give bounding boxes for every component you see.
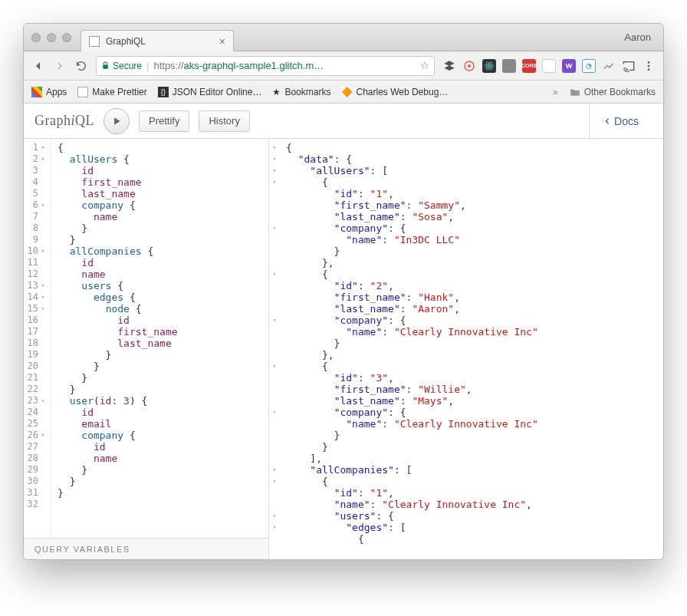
other-bookmarks[interactable]: Other Bookmarks	[569, 87, 656, 97]
ext-icon-4[interactable]: W	[562, 59, 576, 73]
tab-title: GraphiQL	[106, 36, 146, 47]
secure-indicator: Secure	[101, 61, 142, 71]
url-text: https://aks-graphql-sample1.glitch.m…	[153, 60, 324, 71]
docs-button[interactable]: Docs	[589, 104, 652, 138]
window-titlebar: GraphiQL × Aaron	[24, 24, 663, 51]
line-gutter: 1▾2▾3456▾78910▾111213▾14▾15▾161718192021…	[24, 139, 51, 538]
svg-point-6	[648, 61, 650, 64]
bookmark-label: JSON Editor Online…	[173, 87, 262, 97]
json-icon: {}	[158, 87, 169, 97]
close-window-icon[interactable]	[31, 33, 41, 42]
address-bar[interactable]: Secure | https://aks-graphql-sample1.gli…	[96, 56, 435, 76]
svg-point-1	[468, 64, 471, 68]
result-pane: ▾▾▾▾▾▾▾▾▾▾▾▾▾ { "data": { "allUsers": [ …	[269, 139, 663, 559]
chevron-left-icon	[603, 117, 611, 126]
bookmark-label: Apps	[46, 87, 67, 97]
graphiql-logo: GraphiQL	[35, 113, 94, 129]
reload-button[interactable]	[74, 59, 88, 73]
traffic-lights	[31, 33, 71, 42]
profile-name[interactable]: Aaron	[624, 31, 656, 43]
query-variables-label: QUERY VARIABLES	[35, 545, 130, 554]
minimize-window-icon[interactable]	[47, 33, 56, 42]
menu-button[interactable]	[642, 59, 656, 73]
chevron-right-icon[interactable]: »	[553, 87, 558, 97]
result-gutter: ▾▾▾▾▾▾▾▾▾▾▾▾▾	[269, 139, 280, 559]
page-icon	[77, 87, 88, 97]
graphiql-toolbar: GraphiQL Prettify History Docs	[24, 104, 663, 139]
bookmark-item[interactable]: 🔶Charles Web Debug…	[341, 87, 448, 97]
lock-icon	[101, 61, 110, 70]
query-pane: 1▾2▾3456▾78910▾111213▾14▾15▾161718192021…	[24, 139, 269, 559]
result-source: { "data": { "allUsers": [ { "id": "1", "…	[280, 139, 551, 559]
svg-point-7	[648, 64, 650, 67]
svg-point-2	[488, 64, 490, 66]
bookmarks-bar: Apps Make Prettier {}JSON Editor Online……	[24, 81, 663, 104]
bookmark-item[interactable]: ★Bookmarks	[272, 87, 330, 97]
apps-bookmark[interactable]: Apps	[31, 87, 67, 97]
cors-ext-icon[interactable]: CORS	[522, 59, 536, 73]
back-button[interactable]	[31, 59, 45, 73]
query-variables-toggle[interactable]: QUERY VARIABLES	[24, 538, 268, 559]
browser-navbar: Secure | https://aks-graphql-sample1.gli…	[24, 51, 663, 81]
star-icon: ★	[272, 87, 281, 97]
history-button[interactable]: History	[199, 110, 249, 132]
maximize-window-icon[interactable]	[62, 33, 71, 42]
bookmark-star-icon[interactable]: ☆	[420, 60, 429, 71]
graphiql-workspace: 1▾2▾3456▾78910▾111213▾14▾15▾161718192021…	[24, 139, 663, 559]
bookmark-label: Make Prettier	[92, 87, 146, 97]
svg-point-8	[648, 68, 650, 71]
other-bookmarks-label: Other Bookmarks	[584, 87, 656, 97]
browser-tab[interactable]: GraphiQL ×	[81, 30, 234, 51]
result-viewer[interactable]: ▾▾▾▾▾▾▾▾▾▾▾▾▾ { "data": { "allUsers": [ …	[269, 139, 663, 559]
close-tab-icon[interactable]: ×	[219, 35, 225, 48]
charles-icon: 🔶	[341, 87, 352, 97]
ext-icon[interactable]	[462, 59, 476, 73]
docs-label: Docs	[614, 115, 639, 127]
ext-icon-3[interactable]	[542, 59, 556, 73]
react-devtools-icon[interactable]	[482, 59, 496, 73]
cast-icon[interactable]	[622, 59, 636, 73]
extensions-row: CORS W ◔	[442, 59, 656, 73]
query-source[interactable]: { allUsers { id first_name last_name com…	[51, 139, 189, 538]
page-icon	[89, 36, 100, 47]
ext-icon-6[interactable]	[602, 59, 616, 73]
play-icon	[111, 116, 122, 127]
execute-button[interactable]	[104, 108, 130, 134]
prettify-button[interactable]: Prettify	[139, 110, 189, 132]
bookmark-item[interactable]: Make Prettier	[77, 87, 146, 97]
secure-label: Secure	[113, 61, 142, 71]
buffer-ext-icon[interactable]	[442, 59, 456, 73]
forward-button[interactable]	[53, 59, 67, 73]
query-editor[interactable]: 1▾2▾3456▾78910▾111213▾14▾15▾161718192021…	[24, 139, 268, 538]
bookmark-label: Bookmarks	[284, 87, 330, 97]
folder-icon	[569, 87, 581, 97]
bookmark-item[interactable]: {}JSON Editor Online…	[158, 87, 262, 97]
bookmark-label: Charles Web Debug…	[356, 87, 448, 97]
ext-icon-5[interactable]: ◔	[582, 59, 596, 73]
ext-icon-2[interactable]	[502, 59, 516, 73]
apps-icon	[31, 87, 42, 97]
